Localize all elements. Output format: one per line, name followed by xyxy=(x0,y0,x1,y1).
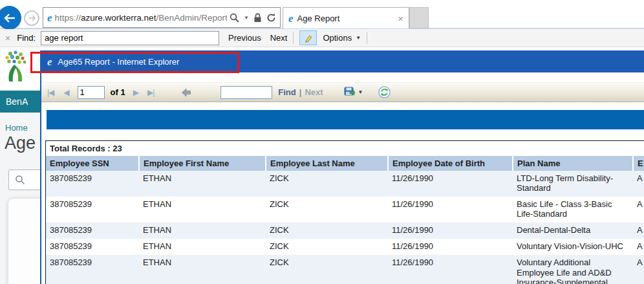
table-row: 387085239 ETHAN ZICK 11/26/1990 Dental-D… xyxy=(46,223,644,239)
first-page-button[interactable]: |◀ xyxy=(47,88,54,97)
column-header: Employee SSN xyxy=(46,156,139,171)
lock-icon xyxy=(253,13,262,23)
ie-icon: e xyxy=(47,12,52,23)
cell-status: A xyxy=(633,239,644,255)
url-protocol: https:// xyxy=(55,13,81,23)
cell-dob: 11/26/1990 xyxy=(388,255,513,284)
column-header: Plan Name xyxy=(513,156,633,171)
search-caret-icon[interactable]: ▼ xyxy=(244,15,249,21)
page-title: Age xyxy=(5,133,36,153)
tab-title: Age Report xyxy=(297,14,394,23)
address-bar[interactable]: e https://azure.workterra.net/BenAdmin/R… xyxy=(43,7,281,28)
table-row: 387085239 ETHAN ZICK 11/26/1990 Voluntar… xyxy=(46,255,644,284)
tab-close-icon[interactable]: × xyxy=(398,14,403,23)
popup-title: Age65 Report - Internet Explorer xyxy=(58,57,180,67)
table-row: 387085239 ETHAN ZICK 11/26/1990 LTD-Long… xyxy=(46,171,644,197)
find-bar: × Find: Previous Next Options ▼ xyxy=(0,29,644,47)
column-header: Employee Last Name xyxy=(266,156,388,171)
report-search-input[interactable] xyxy=(220,86,272,99)
cell-dob: 11/26/1990 xyxy=(388,171,513,197)
report-table: Total Records : 23 Employee SSNEmployee … xyxy=(45,140,644,284)
find-previous-button[interactable]: Previous xyxy=(228,33,261,43)
report-viewer-toolbar: |◀ ◀ of 1 ▶ ▶| Find | Next xyxy=(41,82,644,102)
divider xyxy=(367,32,367,44)
cell-ssn: 387085239 xyxy=(46,223,139,239)
cell-plan-name: Dental-Dental-Delta xyxy=(513,223,633,239)
cell-dob: 11/26/1990 xyxy=(388,197,513,223)
popup-titlebar[interactable]: e Age65 Report - Internet Explorer xyxy=(41,50,644,72)
cell-status: A xyxy=(633,197,644,223)
ie-icon: e xyxy=(288,13,294,24)
highlight-all-button[interactable] xyxy=(299,30,317,45)
export-disk-icon xyxy=(344,87,356,98)
find-options-button[interactable]: Options ▼ xyxy=(323,33,361,43)
page-count-label: of 1 xyxy=(111,87,125,97)
parent-report-button[interactable] xyxy=(181,87,191,98)
total-records-label: Total Records : 23 xyxy=(46,141,644,156)
forward-button[interactable] xyxy=(24,10,39,26)
column-header: Employee First Name xyxy=(139,156,266,171)
cell-ssn: 387085239 xyxy=(46,197,139,223)
cell-first-name: ETHAN xyxy=(139,197,266,223)
cell-status: A xyxy=(633,223,644,239)
workterra-logo xyxy=(1,49,32,83)
report-find-next-button[interactable]: Next xyxy=(305,87,323,97)
divider: | xyxy=(299,87,302,97)
chevron-down-icon: ▼ xyxy=(358,89,363,95)
table-header-row: Employee SSNEmployee First NameEmployee … xyxy=(46,156,644,171)
find-close-icon[interactable]: × xyxy=(5,33,10,43)
cell-last-name: ZICK xyxy=(266,171,388,197)
column-header: Employee Date of Birth xyxy=(388,156,513,171)
search-icon[interactable] xyxy=(230,13,239,23)
cell-ssn: 387085239 xyxy=(46,171,139,197)
report-find-button[interactable]: Find xyxy=(278,87,295,97)
divider xyxy=(293,32,294,44)
cell-plan-name: Basic Life - Class 3-Basic Life-Standard xyxy=(513,197,633,223)
cell-first-name: ETHAN xyxy=(139,239,266,255)
cell-last-name: ZICK xyxy=(266,255,388,284)
cell-plan-name: Voluntary Vision-Vision-UHC xyxy=(513,239,633,255)
cell-first-name: ETHAN xyxy=(139,171,266,197)
export-button[interactable]: ▼ xyxy=(344,87,363,98)
new-tab-button[interactable] xyxy=(409,7,429,28)
cell-dob: 11/26/1990 xyxy=(388,239,513,255)
find-label: Find: xyxy=(17,33,36,43)
cell-status: A xyxy=(633,171,644,197)
sidebar-nav-benadmin[interactable]: BenA xyxy=(0,91,45,113)
cell-last-name: ZICK xyxy=(266,223,388,239)
cell-last-name: ZICK xyxy=(266,239,388,255)
url-host: azure.workterra.net xyxy=(81,13,156,23)
find-input[interactable] xyxy=(41,31,219,45)
cell-status: A xyxy=(633,255,644,284)
refresh-icon xyxy=(378,86,391,98)
chevron-down-icon: ▼ xyxy=(356,35,361,41)
tab-age-report[interactable]: e Age Report × xyxy=(283,7,409,28)
breadcrumb[interactable]: Home xyxy=(5,123,28,133)
cell-first-name: ETHAN xyxy=(139,223,266,239)
column-header: E xyxy=(633,156,644,171)
cell-plan-name: LTD-Long Term Disability-Standard xyxy=(513,171,633,197)
next-page-button[interactable]: ▶ xyxy=(133,88,138,97)
report-refresh-button[interactable] xyxy=(378,86,391,98)
popup-window: e Age65 Report - Internet Explorer |◀ ◀ … xyxy=(40,50,644,284)
options-label: Options xyxy=(323,33,352,43)
address-bar-icons: ▼ xyxy=(230,13,276,23)
cell-dob: 11/26/1990 xyxy=(388,223,513,239)
back-button[interactable] xyxy=(0,6,21,30)
refresh-icon[interactable] xyxy=(266,13,276,23)
back-arrow-icon xyxy=(4,14,16,23)
search-icon xyxy=(15,175,25,185)
page-number-input[interactable] xyxy=(78,86,105,99)
report-header-band xyxy=(47,110,644,129)
ie-icon: e xyxy=(47,56,52,67)
last-page-button[interactable]: ▶| xyxy=(147,88,154,97)
screenshot-root: e https://azure.workterra.net/BenAdmin/R… xyxy=(0,0,644,284)
forward-arrow-icon xyxy=(28,15,36,21)
previous-page-button[interactable]: ◀ xyxy=(63,88,69,97)
table-row: 387085239 ETHAN ZICK 11/26/1990 Voluntar… xyxy=(46,239,644,255)
find-next-button[interactable]: Next xyxy=(270,33,288,43)
cell-plan-name: Voluntary Additional Employee Life and A… xyxy=(513,255,633,284)
url-path: /BenAdmin/Report/Rep xyxy=(156,13,227,23)
cell-first-name: ETHAN xyxy=(139,255,266,284)
highlighter-icon xyxy=(304,34,313,43)
